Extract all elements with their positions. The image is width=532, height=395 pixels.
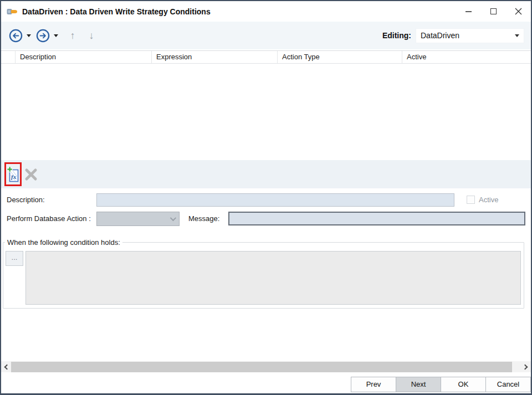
- active-checkbox[interactable]: [467, 196, 475, 204]
- minimize-icon: [466, 11, 472, 12]
- condition-group-label: When the following condition holds:: [5, 238, 122, 247]
- dialog-window: DataDriven : Data Driven Write Strategy …: [0, 0, 532, 395]
- annotation-highlight-box: fx: [4, 162, 22, 186]
- condition-actions-strip: fx: [1, 160, 531, 188]
- condition-group-box: When the following condition holds: ...: [3, 238, 524, 309]
- conditions-grid-header: Description Expression Action Type Activ…: [1, 50, 531, 64]
- column-action-type[interactable]: Action Type: [278, 51, 402, 63]
- prev-button[interactable]: Prev: [351, 377, 396, 392]
- column-expression[interactable]: Expression: [152, 51, 278, 63]
- forward-dropdown-caret[interactable]: [54, 34, 58, 37]
- app-icon: [7, 8, 18, 16]
- scrollbar-thumb[interactable]: [11, 362, 512, 372]
- close-icon: [515, 8, 522, 15]
- window-controls: [456, 1, 531, 22]
- description-label: Description:: [7, 196, 45, 204]
- cancel-button[interactable]: Cancel: [485, 377, 531, 392]
- conditions-grid-body[interactable]: [1, 64, 531, 160]
- active-checkbox-label: Active: [479, 196, 498, 204]
- next-button[interactable]: Next: [396, 377, 441, 392]
- column-active[interactable]: Active: [402, 51, 531, 63]
- column-description[interactable]: Description: [16, 51, 152, 63]
- back-dropdown-caret[interactable]: [27, 34, 31, 37]
- description-input[interactable]: [96, 193, 454, 207]
- add-condition-button[interactable]: fx: [7, 166, 20, 183]
- horizontal-scrollbar[interactable]: [1, 361, 531, 372]
- message-input[interactable]: [228, 212, 525, 225]
- back-button[interactable]: [9, 29, 23, 43]
- move-down-button[interactable]: ↓: [82, 30, 101, 42]
- navigation-toolbar: ↑ ↓ Editing: DataDriven: [1, 22, 531, 49]
- condition-detail-form: Description: Active Perform Database Act…: [1, 188, 531, 309]
- minimize-button[interactable]: [456, 1, 481, 22]
- close-button[interactable]: [506, 1, 531, 22]
- maximize-button[interactable]: [481, 1, 506, 22]
- editing-combobox-value: DataDriven: [421, 31, 459, 40]
- editing-combobox[interactable]: DataDriven: [416, 28, 524, 43]
- scroll-right-button[interactable]: [521, 361, 531, 372]
- condition-expression-area[interactable]: [25, 251, 521, 305]
- forward-button[interactable]: [36, 29, 50, 43]
- scroll-left-button[interactable]: [1, 361, 11, 372]
- window-title: DataDriven : Data Driven Write Strategy …: [22, 7, 211, 16]
- editing-zone: Editing: DataDriven: [382, 28, 524, 43]
- title-bar: DataDriven : Data Driven Write Strategy …: [1, 1, 531, 22]
- scroll-right-icon: [523, 364, 528, 370]
- ok-button[interactable]: OK: [441, 377, 486, 392]
- move-up-button[interactable]: ↑: [63, 30, 82, 42]
- dropdown-chevron-icon: [170, 215, 176, 221]
- perform-database-action-dropdown[interactable]: [96, 212, 180, 226]
- column-row-selector: [1, 51, 16, 63]
- delete-condition-button[interactable]: [24, 167, 38, 182]
- maximize-icon: [490, 8, 497, 14]
- svg-text:fx: fx: [11, 173, 17, 180]
- dialog-footer: Prev Next OK Cancel: [1, 377, 531, 393]
- editing-label: Editing:: [382, 31, 411, 40]
- editing-combobox-caret: [515, 34, 519, 37]
- perform-database-action-label: Perform Database Action :: [7, 214, 91, 223]
- scroll-left-icon: [4, 364, 10, 370]
- message-label: Message:: [188, 214, 219, 223]
- condition-builder-button[interactable]: ...: [6, 251, 23, 266]
